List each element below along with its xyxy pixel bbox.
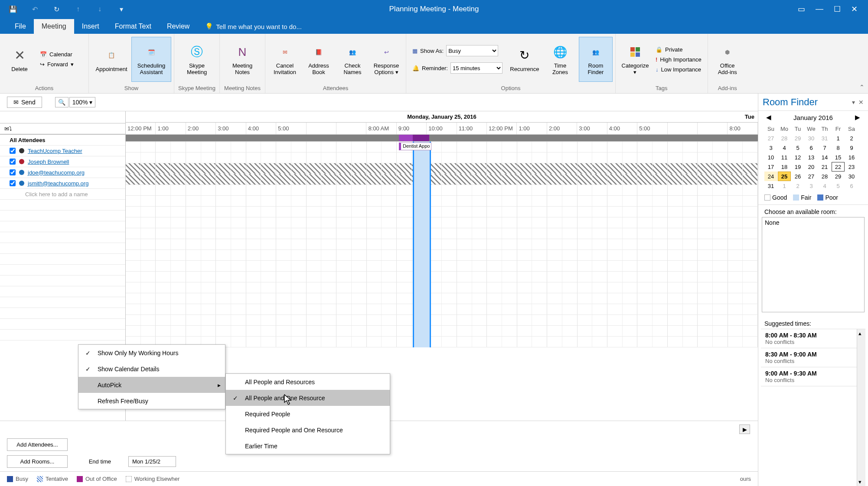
calendar-day[interactable]: 28 [818,172,831,181]
tell-me-search[interactable]: 💡 Tell me what you want to do... [205,23,302,34]
add-rooms-button[interactable]: Add Rooms... [7,455,68,468]
undo-icon[interactable]: ↶ [30,5,39,13]
calendar-day[interactable]: 29 [832,172,845,181]
calendar-day[interactable]: 10 [764,152,777,162]
scheduling-assistant-button[interactable]: 🗓️ Scheduling Assistant [131,37,171,82]
calendar-day[interactable]: 4 [778,143,791,152]
calendar-day[interactable]: 30 [845,172,858,181]
attendee-name[interactable]: TeachUcomp Teacher [28,148,82,154]
add-attendees-button[interactable]: Add Attendees... [7,438,68,451]
skype-meeting-button[interactable]: Ⓢ Skype Meeting [177,37,217,82]
calendar-day[interactable]: 2 [791,181,804,191]
private-button[interactable]: 🔒Private [654,45,703,54]
attendee-row[interactable]: Joseph Brownell [0,156,125,167]
calendar-day[interactable]: 23 [845,162,858,172]
attendee-name[interactable]: jdoe@teachucomp.org [28,169,85,176]
end-date-input[interactable] [128,456,176,467]
attendee-checkbox[interactable] [10,148,16,154]
calendar-day[interactable]: 1 [832,133,845,143]
maximize-icon[interactable]: ☐ [834,4,841,14]
recurrence-button[interactable]: ↻ Recurrence [508,37,542,82]
add-attendee-input[interactable]: Click here to add a name [0,189,125,200]
suggested-time-item[interactable]: 9:00 AM - 9:30 AMNo conflicts [761,367,865,386]
office-addins-button[interactable]: ⬢ Office Add-ins [711,37,744,82]
forward-button[interactable]: ↪ Forward ▾ [38,60,75,68]
calendar-day[interactable]: 24 [764,172,777,181]
autopick-all-people-resources[interactable]: All People and Resources [226,374,390,390]
low-importance-button[interactable]: ↓Low Importance [654,65,703,74]
autopick-required-people-one-resource[interactable]: Required People and One Resource [226,422,390,438]
pane-close-icon[interactable]: ✕ [858,99,864,106]
prev-month-icon[interactable]: ◀ [766,113,771,121]
redo-icon[interactable]: ↻ [52,5,61,13]
calendar-day[interactable]: 25 [778,172,791,181]
calendar-day[interactable]: 27 [805,172,818,181]
ribbon-display-icon[interactable]: ▭ [798,4,805,14]
pane-options-icon[interactable]: ▾ [852,99,855,106]
suggested-times-list[interactable]: ▴▾ 8:00 AM - 8:30 AMNo conflicts8:30 AM … [761,329,865,486]
time-zones-button[interactable]: 🌐 Time Zones [543,37,577,82]
collapse-ribbon-icon[interactable]: ⌃ [859,84,865,91]
attendee-name[interactable]: jsmith@teachucomp.org [28,180,88,187]
calendar-day[interactable]: 26 [791,172,804,181]
high-importance-button[interactable]: !High Importance [654,55,703,64]
minimize-icon[interactable]: — [816,4,823,14]
calendar-day[interactable]: 11 [778,152,791,162]
attendee-name[interactable]: Joseph Brownell [28,159,69,165]
calendar-day[interactable]: 19 [791,162,804,172]
suggested-scrollbar[interactable]: ▴▾ [857,329,865,486]
calendar-day[interactable]: 18 [778,162,791,172]
calendar-day[interactable]: 6 [845,181,858,191]
tab-format-text[interactable]: Format Text [107,19,159,34]
calendar-day[interactable]: 14 [818,152,831,162]
ctx-show-working-hours[interactable]: ✓Show Only My Working Hours [78,345,225,361]
calendar-day[interactable]: 7 [818,143,831,152]
calendar-day[interactable]: 13 [805,152,818,162]
calendar-day[interactable]: 12 [791,152,804,162]
tab-meeting[interactable]: Meeting [34,19,74,34]
autopick-all-people-one-resource[interactable]: ✓All People and One Resource [226,390,390,406]
calendar-day[interactable]: 16 [845,152,858,162]
attendee-row[interactable]: jsmith@teachucomp.org [0,178,125,189]
mini-calendar[interactable]: SuMoTuWeThFrSa27282930311234567891011121… [758,124,868,191]
response-options-button[interactable]: ↩ Response Options ▾ [369,37,403,82]
calendar-day[interactable]: 6 [805,143,818,152]
close-icon[interactable]: ✕ [851,4,858,14]
show-as-select[interactable]: Busy [446,45,498,56]
calendar-day[interactable]: 28 [778,133,791,143]
cancel-invitation-button[interactable]: ✉ Cancel Invitation [268,37,302,82]
ctx-refresh-freebusy[interactable]: Refresh Free/Busy [78,393,225,409]
autopick-earlier-time[interactable]: Earlier Time [226,438,390,454]
attendee-checkbox[interactable] [10,159,16,165]
calendar-day[interactable]: 31 [818,133,831,143]
check-names-button[interactable]: 👥 Check Names [336,37,369,82]
meeting-notes-button[interactable]: N Meeting Notes [222,37,262,82]
room-list[interactable]: None [762,217,865,312]
tab-file[interactable]: File [7,19,34,34]
suggested-time-item[interactable]: 8:00 AM - 8:30 AMNo conflicts [761,329,865,348]
calendar-day[interactable]: 22 [832,162,845,172]
ctx-autopick[interactable]: AutoPick▸ [78,377,225,393]
address-book-button[interactable]: 📕 Address Book [302,37,336,82]
scroll-right-button[interactable]: ▶ [739,424,750,434]
delete-button[interactable]: ✕ Delete [3,37,36,82]
copy-to-calendar-button[interactable]: 📅 Calendar [38,50,75,58]
suggested-time-item[interactable]: 8:30 AM - 9:00 AMNo conflicts [761,348,865,367]
send-button[interactable]: ✉ Send [7,97,42,108]
calendar-day[interactable]: 4 [818,181,831,191]
attendee-checkbox[interactable] [10,169,16,175]
reminder-select[interactable]: 15 minutes [450,62,503,74]
zoom-value[interactable]: 100% ▾ [69,97,96,107]
room-finder-button[interactable]: 👥 Room Finder [579,37,613,82]
prev-item-icon[interactable]: ↑ [74,5,82,13]
calendar-day[interactable]: 29 [791,133,804,143]
attendee-checkbox[interactable] [10,180,16,186]
appointment-pill[interactable]: Dentist Appo [399,143,431,150]
calendar-day[interactable]: 21 [818,162,831,172]
categorize-button[interactable]: Categorize ▾ [618,37,652,82]
ctx-show-calendar-details[interactable]: ✓Show Calendar Details [78,361,225,377]
calendar-day[interactable]: 9 [845,143,858,152]
calendar-day[interactable]: 5 [832,181,845,191]
next-item-icon[interactable]: ↓ [95,5,104,13]
calendar-day[interactable]: 15 [832,152,845,162]
